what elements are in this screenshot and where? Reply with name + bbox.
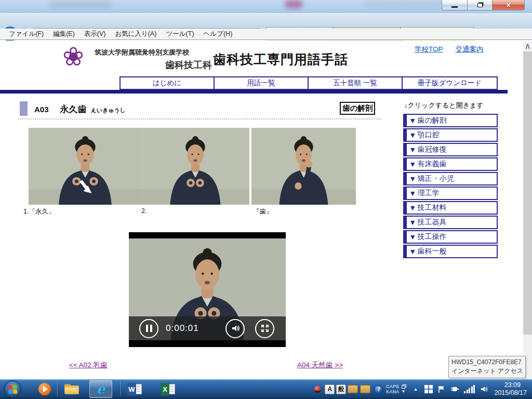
nav-hajimeni[interactable]: はじめに	[121, 77, 215, 89]
word-taskbar-button[interactable]: W	[124, 380, 147, 398]
media-player-icon	[38, 383, 51, 395]
menu-favorites[interactable]: お気に入り(A)	[110, 30, 161, 38]
menu-file[interactable]: ファイル(F)	[4, 30, 48, 38]
windows-logo-icon	[8, 384, 18, 394]
category-link[interactable]: 歯の解剖	[340, 102, 375, 115]
tray-app-icon[interactable]	[314, 386, 321, 393]
prev-entry-link[interactable]: << A02 乳歯	[69, 361, 108, 370]
dotted-divider	[18, 118, 381, 119]
folder-icon	[64, 384, 79, 394]
ime-caps-kana[interactable]: CAPS KANA▼	[386, 384, 406, 394]
sidebar-item-ha-no-kaibo[interactable]: ▼歯の解剖	[403, 114, 498, 127]
media-player-taskbar-button[interactable]	[33, 380, 56, 398]
taskbar-clock[interactable]: 23:09 2015/08/17	[494, 381, 527, 397]
triangle-down-icon: ▼	[410, 147, 415, 153]
pause-button[interactable]	[139, 319, 158, 338]
browser-menubar: ファイル(F) 編集(E) 表示(V) お気に入り(A) ツール(T) ヘルプ(…	[0, 29, 532, 40]
nav-underline-bar	[0, 90, 508, 94]
menu-tools[interactable]: ツール(T)	[162, 30, 199, 38]
sidebar-item-giko-kigu[interactable]: ▼技工器具	[403, 216, 498, 229]
sidebar-item-shikan-shufuku[interactable]: ▼歯冠修復	[403, 143, 498, 156]
browser-chrome: ← → ❀ http://www.deaf-s.tsukuba.ac.jp/si…	[0, 13, 532, 29]
fullscreen-icon	[261, 324, 269, 332]
school-logo: ❀	[62, 44, 84, 70]
site-nav: はじめに 用語一覧 五十音順 一覧 冊子版ダウンロード	[119, 76, 498, 90]
page-title: 歯科技工専門用語手話	[213, 51, 348, 68]
minimize-button[interactable]	[442, 0, 468, 10]
triangle-down-icon: ▼	[410, 117, 415, 124]
flag-icon[interactable]	[438, 385, 445, 393]
window-controls: ×	[442, 0, 525, 10]
photo-caption-2: 2.	[141, 207, 147, 215]
ime-toolbox-icon[interactable]	[360, 385, 370, 393]
school-name: 筑波大学附属聴覚特別支援学校 歯科技工科	[95, 48, 212, 71]
taskbar-separator	[57, 382, 58, 396]
entry-reading: えいきゅうし	[91, 107, 126, 114]
sign-photo-1	[29, 128, 142, 205]
taskbar-separator	[121, 382, 121, 396]
screen: × ← → ❀ http://www.deaf-s.tsukuba.ac.jp/…	[0, 0, 532, 399]
network-signal-icon[interactable]	[464, 385, 475, 393]
nav-yogo-ichiran[interactable]: 用語一覧	[215, 77, 309, 89]
tooltip-line2: インターネット アクセス	[451, 367, 523, 376]
sidebar-item-kyosei-shoni[interactable]: ▼矯正・小児	[403, 172, 498, 185]
page-scrollbar[interactable]: ∧	[523, 42, 532, 379]
triangle-down-icon: ▼	[410, 161, 415, 168]
sidebar-item-rikogaku[interactable]: ▼理工学	[403, 187, 498, 200]
next-entry-link[interactable]: A04 天然歯 >>	[297, 361, 343, 370]
excel-icon: X	[161, 383, 176, 395]
sign-photo-3	[251, 128, 356, 205]
ime-toolbox-icon[interactable]	[348, 385, 358, 393]
word-icon: W	[127, 383, 143, 395]
entry-term: 永久歯	[60, 103, 87, 115]
restore-button[interactable]	[468, 0, 493, 10]
pause-icon	[146, 325, 152, 332]
power-plug-icon[interactable]	[450, 385, 459, 393]
sign-photo-2	[141, 128, 249, 205]
nav-download[interactable]: 冊子版ダウンロード	[403, 77, 497, 89]
entry-code: A03	[34, 105, 49, 114]
ime-help-icon[interactable]: ?	[374, 385, 383, 394]
ime-pad-icon	[402, 384, 406, 389]
sidebar-item-giko-zairyo[interactable]: ▼技工材料	[403, 201, 498, 215]
triangle-down-icon: ▼	[410, 205, 415, 211]
triangle-down-icon: ▼	[410, 132, 415, 139]
scroll-up-icon[interactable]: ∧	[523, 42, 532, 50]
video-time: 0:00:01	[166, 323, 199, 334]
ime-kanji-icon[interactable]: 般	[336, 384, 346, 394]
photo-caption-1: 1.「永久」	[23, 207, 55, 216]
sidebar-item-giko-sosa[interactable]: ▼技工操作	[403, 230, 498, 244]
video-player[interactable]: 0:00:01	[129, 232, 286, 347]
nav-gojuon-ichiran[interactable]: 五十音順 一覧	[309, 77, 403, 89]
triangle-down-icon: ▼	[410, 248, 415, 255]
school-top-link[interactable]: 学校TOP	[415, 45, 443, 54]
top-links: 学校TOP 交通案内	[415, 45, 484, 54]
entry-bullet	[20, 101, 28, 116]
fullscreen-button[interactable]	[255, 319, 274, 338]
titlebar-glass-reflection	[49, 1, 112, 8]
clock-time: 23:09	[494, 381, 527, 389]
menu-edit[interactable]: 編集(E)	[48, 30, 79, 38]
show-hidden-icons-button[interactable]: ▲	[414, 387, 418, 392]
excel-taskbar-button[interactable]: X	[157, 380, 180, 398]
access-link[interactable]: 交通案内	[456, 45, 484, 54]
triangle-down-icon: ▼	[410, 234, 415, 241]
sidebar-item-gakukoku[interactable]: ▼顎口腔	[403, 128, 498, 142]
entry-heading: A03 永久歯 えいきゅうし	[34, 103, 126, 115]
menu-view[interactable]: 表示(V)	[79, 30, 111, 38]
triangle-down-icon: ▼	[410, 176, 415, 182]
clock-date: 2015/08/17	[494, 389, 527, 397]
action-center-icon[interactable]	[424, 385, 433, 393]
close-button[interactable]: ×	[493, 0, 525, 10]
video-controls: 0:00:01	[129, 316, 286, 340]
sidebar-item-shika-ippan[interactable]: ▼歯科一般	[403, 245, 498, 258]
ime-mode-icon[interactable]: A	[325, 384, 335, 394]
sidebar-item-yusho-gishi[interactable]: ▼有床義歯	[403, 157, 498, 171]
volume-button[interactable]	[225, 319, 245, 338]
ie-taskbar-button[interactable]: e	[89, 380, 112, 398]
start-button[interactable]	[4, 380, 21, 398]
menu-help[interactable]: ヘルプ(H)	[199, 30, 237, 38]
volume-tray-icon[interactable]	[480, 385, 488, 393]
explorer-taskbar-button[interactable]	[60, 380, 83, 398]
scrollbar-thumb[interactable]	[523, 51, 532, 335]
